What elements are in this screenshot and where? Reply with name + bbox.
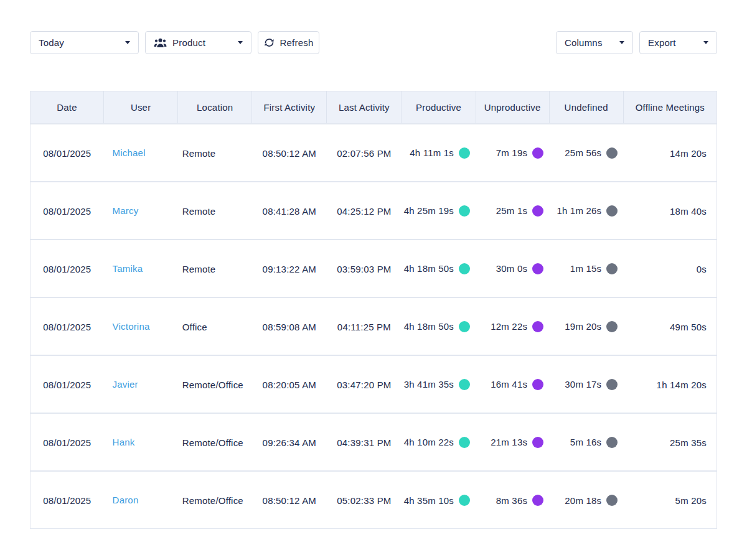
user-link[interactable]: Hank [113,437,135,447]
unproductive-cell: 16m 41s [476,355,549,413]
column-header-user: User [104,91,178,124]
table-header-row: DateUserLocationFirst ActivityLast Activ… [31,91,717,124]
chevron-down-icon [703,41,708,44]
user-link[interactable]: Marcy [113,205,139,216]
table-row: 08/01/2025 Javier Remote/Office 08:20:05… [31,355,717,413]
chevron-down-icon [619,41,624,44]
activity-table: DateUserLocationFirst ActivityLast Activ… [30,91,717,529]
last-activity-cell: 05:02:33 PM [327,471,402,529]
column-header-date: Date [31,91,104,124]
unproductive-dot [532,437,543,448]
offline-meetings-cell: 5m 20s [623,471,716,529]
first-activity-cell: 08:50:12 AM [252,471,327,529]
last-activity-cell: 04:25:12 PM [327,182,402,240]
location-cell: Remote/Office [178,413,252,471]
productive-cell: 4h 25m 19s [402,182,476,240]
table-row: 08/01/2025 Victorina Office 08:59:08 AM … [31,297,717,355]
first-activity-cell: 08:59:08 AM [252,297,327,355]
user-link[interactable]: Tamika [113,263,143,274]
date-cell: 08/01/2025 [31,124,104,182]
date-range-dropdown[interactable]: Today [30,31,139,54]
first-activity-cell: 09:13:22 AM [252,240,327,297]
date-cell: 08/01/2025 [31,240,104,297]
undefined-dot [606,437,618,448]
unproductive-dot [532,321,543,332]
location-cell: Remote [178,124,252,182]
users-icon [154,38,167,48]
productive-dot [459,321,470,332]
chevron-down-icon [125,41,130,44]
undefined-cell: 20m 18s [549,471,623,529]
column-header-first-activity: First Activity [252,91,327,124]
undefined-cell: 25m 56s [549,124,623,182]
columns-dropdown[interactable]: Columns [556,31,633,54]
table-row: 08/01/2025 Hank Remote/Office 09:26:34 A… [31,413,717,471]
undefined-dot [606,263,618,274]
user-cell: Javier [104,355,178,413]
table-row: 08/01/2025 Michael Remote 08:50:12 AM 02… [31,124,717,182]
column-header-unproductive: Unproductive [476,91,549,124]
refresh-icon [264,37,275,48]
unproductive-cell: 12m 22s [476,297,549,355]
undefined-cell: 1m 15s [549,240,623,297]
productive-cell: 4h 35m 10s [402,471,476,529]
table-row: 08/01/2025 Marcy Remote 08:41:28 AM 04:2… [31,182,717,240]
date-cell: 08/01/2025 [31,297,104,355]
unproductive-dot [532,263,543,274]
user-cell: Marcy [104,182,178,240]
date-range-label: Today [39,37,64,48]
first-activity-cell: 08:20:05 AM [252,355,327,413]
location-cell: Office [178,297,252,355]
column-header-productive: Productive [402,91,476,124]
unproductive-cell: 21m 13s [476,413,549,471]
column-header-offline-meetings: Offline Meetings [623,91,716,124]
user-link[interactable]: Daron [113,495,139,505]
location-cell: Remote/Office [178,355,252,413]
undefined-cell: 1h 1m 26s [549,182,623,240]
undefined-dot [606,205,618,217]
user-link[interactable]: Michael [113,147,146,158]
unproductive-dot [532,379,543,390]
productive-dot [459,205,470,217]
user-cell: Michael [104,124,178,182]
last-activity-cell: 04:11:25 PM [327,297,402,355]
table-body: 08/01/2025 Michael Remote 08:50:12 AM 02… [31,124,717,529]
unproductive-dot [532,495,543,506]
location-cell: Remote/Office [178,471,252,529]
last-activity-cell: 03:59:03 PM [327,240,402,297]
undefined-dot [606,379,618,390]
undefined-cell: 5m 16s [549,413,623,471]
undefined-dot [606,321,618,332]
unproductive-cell: 7m 19s [476,124,549,182]
productive-cell: 4h 18m 50s [402,240,476,297]
content: Today Product [0,0,747,529]
column-header-location: Location [178,91,252,124]
toolbar: Today Product [30,31,717,54]
date-cell: 08/01/2025 [31,355,104,413]
group-filter-dropdown[interactable]: Product [145,31,251,54]
column-header-last-activity: Last Activity [327,91,402,124]
unproductive-dot [532,147,543,159]
columns-label: Columns [565,37,603,48]
user-link[interactable]: Javier [113,379,138,390]
offline-meetings-cell: 1h 14m 20s [623,355,716,413]
last-activity-cell: 02:07:56 PM [327,124,402,182]
last-activity-cell: 04:39:31 PM [327,413,402,471]
export-dropdown[interactable]: Export [639,31,717,54]
productive-cell: 4h 10m 22s [402,413,476,471]
productive-cell: 4h 18m 50s [402,297,476,355]
unproductive-cell: 8m 36s [476,471,549,529]
first-activity-cell: 09:26:34 AM [252,413,327,471]
offline-meetings-cell: 0s [623,240,716,297]
location-cell: Remote [178,182,252,240]
group-filter-label: Product [172,37,205,48]
productive-dot [459,495,470,506]
date-cell: 08/01/2025 [31,471,104,529]
unproductive-dot [532,205,543,217]
undefined-dot [606,147,618,159]
date-cell: 08/01/2025 [31,413,104,471]
unproductive-cell: 30m 0s [476,240,549,297]
user-link[interactable]: Victorina [113,321,150,332]
refresh-button[interactable]: Refresh [258,31,319,54]
user-cell: Victorina [104,297,178,355]
